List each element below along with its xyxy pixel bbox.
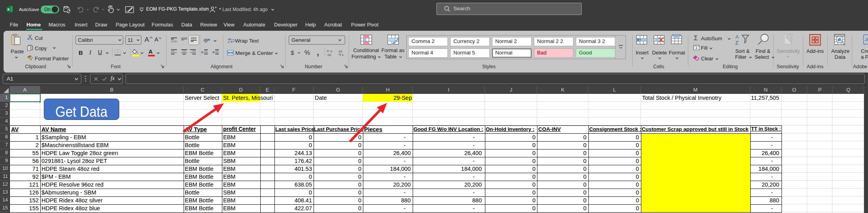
svg-text:c: c	[228, 40, 229, 43]
svg-text:ab: ab	[203, 37, 208, 42]
svg-text:0: 0	[342, 53, 344, 57]
svg-text:A: A	[735, 34, 739, 40]
svg-text:.00: .00	[327, 53, 331, 57]
svg-text:X: X	[7, 7, 10, 11]
svg-text:Z: Z	[735, 40, 738, 45]
